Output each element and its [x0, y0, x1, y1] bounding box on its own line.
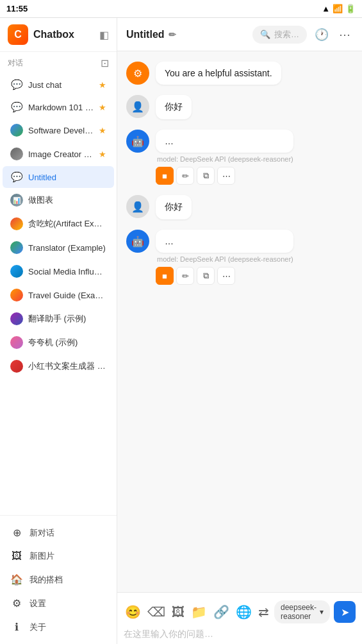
conversations-text: 对话 [8, 58, 23, 69]
sidebar-item-travel[interactable]: Travel Guide (Example) [3, 284, 114, 307]
chat-icon: 💬 [10, 79, 23, 90]
more-icon: ⋯ [222, 271, 231, 281]
wifi-icon: ▲ [322, 4, 330, 13]
snake-avatar [10, 217, 23, 230]
search-box[interactable]: 🔍 搜索… [252, 26, 307, 44]
sidebar-item-label: 夸夸机 (示例) [28, 337, 106, 348]
xiaohong-avatar [10, 360, 23, 373]
star-icon: ★ [99, 80, 106, 90]
search-icon: 🔍 [260, 30, 270, 39]
model-selector[interactable]: deepseek-reasoner ▾ [274, 600, 330, 623]
signal-icon: 📶 [333, 4, 343, 13]
status-icons: ▲ 📶 🔋 [322, 4, 356, 13]
sidebar-item-xiaohong[interactable]: 小红书文案生成器 (示… [3, 355, 114, 378]
edit-icon: ✏ [182, 271, 189, 281]
message-bubble: 你好 [156, 95, 192, 119]
sidebar-item-snake[interactable]: 贪吃蛇(Artifact Exam… [3, 212, 114, 235]
conversation-add-button[interactable]: ⊡ [101, 57, 109, 69]
sidebar-item-software[interactable]: Software Develo… ★ [3, 119, 114, 142]
topbar-title: Untitled ✏ [126, 29, 176, 40]
globe-button[interactable]: 🌐 [234, 603, 253, 621]
settings-icon: ⚙ [10, 597, 23, 609]
main-content: Untitled ✏ 🔍 搜索… 🕐 ⋯ ⚙ You are a help [117, 18, 362, 644]
sidebar-item-markdown[interactable]: 💬 Markdown 101 (… ★ [3, 96, 114, 118]
copy-button[interactable]: ⧉ [197, 267, 215, 285]
sidebar-item-image-creator[interactable]: Image Creator (… ★ [3, 142, 114, 165]
chevron-down-icon: ▾ [320, 607, 324, 616]
erase-button[interactable]: ⌫ [146, 603, 167, 621]
message-row: ⚙ You are a helpful assistant. [126, 62, 353, 85]
user-avatar-icon: 👤 [131, 201, 144, 213]
avatar: 🤖 [126, 230, 149, 253]
sidebar-item-kua[interactable]: 夸夸机 (示例) [3, 331, 114, 354]
more-button[interactable]: ⋯ [336, 25, 353, 44]
message-bubble: … model: DeepSeek API (deepseek-reasoner… [156, 230, 293, 285]
edit-button[interactable]: ✏ [176, 167, 194, 185]
sidebar-item-biaotu[interactable]: 📊 做图表 [3, 189, 114, 212]
assistant-avatar-icon: 🤖 [131, 135, 144, 148]
link-button[interactable]: 🔗 [212, 603, 231, 621]
bubble-text: 你好 [156, 95, 192, 119]
settings-button[interactable]: ⚙ 设置 [3, 591, 114, 615]
edit-title-button[interactable]: ✏ [169, 30, 176, 40]
new-image-icon: 🖼 [10, 550, 23, 562]
assistant-avatar-icon: 🤖 [131, 235, 144, 248]
transfer-button[interactable]: ⇄ [257, 603, 270, 621]
model-info: model: DeepSeek API (deepseek-reasoner) [156, 155, 293, 163]
chat-area: ⚙ You are a helpful assistant. 👤 你好 🤖 [117, 51, 362, 592]
about-button[interactable]: ℹ 关于 [3, 615, 114, 639]
sidebar-item-label: 小红书文案生成器 (示… [28, 360, 106, 372]
sidebar-item-untitled[interactable]: 💬 Untitled [3, 166, 114, 188]
sidebar-item-social[interactable]: Social Media Influen… [3, 260, 114, 283]
history-button[interactable]: 🕐 [312, 25, 331, 44]
my-partner-button[interactable]: 🏠 我的搭档 [3, 568, 114, 591]
message-row: 🤖 … model: DeepSeek API (deepseek-reason… [126, 130, 353, 185]
message-input[interactable] [124, 629, 356, 639]
battery-icon: 🔋 [345, 4, 356, 13]
avatar: 👤 [126, 195, 149, 218]
star-icon: ★ [99, 149, 106, 159]
image-button[interactable]: 🖼 [170, 604, 186, 621]
stop-icon: ■ [162, 271, 167, 281]
more-action-button[interactable]: ⋯ [217, 167, 235, 185]
avatar: 🤖 [126, 130, 149, 153]
sidebar-item-label: Travel Guide (Example) [28, 291, 106, 300]
new-image-button[interactable]: 🖼 新图片 [3, 545, 114, 568]
sidebar-item-label: 翻译助手 (示例) [28, 313, 106, 325]
my-partner-icon: 🏠 [10, 573, 23, 586]
sidebar-item-label: Untitled [28, 173, 106, 182]
send-button[interactable]: ➤ [334, 601, 356, 623]
app-logo: C [8, 24, 28, 45]
message-row: 👤 你好 [126, 95, 353, 119]
social-avatar [10, 265, 23, 278]
sidebar-item-trans2[interactable]: 翻译助手 (示例) [3, 307, 114, 330]
bubble-actions: ■ ✏ ⧉ ⋯ [156, 267, 293, 285]
sidebar-footer: ⊕ 新对话 🖼 新图片 🏠 我的搭档 ⚙ 设置 ℹ 关于 [0, 515, 117, 644]
trans2-avatar [10, 312, 23, 325]
sidebar-collapse-button[interactable]: ◧ [99, 29, 109, 41]
new-chat-icon: ⊕ [10, 527, 23, 539]
input-toolbar: 😊 ⌫ 🖼 📁 🔗 🌐 ⇄ deepseek-reasoner ▾ ➤ [124, 598, 356, 629]
copy-icon: ⧉ [203, 171, 209, 181]
sidebar-item-translator[interactable]: Translator (Example) [3, 236, 114, 259]
main-layout: C Chatbox ◧ 对话 ⊡ 💬 Just chat ★ 💬 Markdow… [0, 18, 362, 644]
stop-icon: ■ [162, 171, 167, 181]
kua-avatar [10, 336, 23, 349]
more-action-button[interactable]: ⋯ [217, 267, 235, 285]
emoji-button[interactable]: 😊 [124, 603, 142, 621]
status-time: 11:55 [6, 4, 28, 13]
message-bubble: … model: DeepSeek API (deepseek-reasoner… [156, 130, 293, 185]
new-chat-button[interactable]: ⊕ 新对话 [3, 521, 114, 545]
avatar: ⚙ [126, 62, 149, 85]
bubble-actions: ■ ✏ ⧉ ⋯ [156, 167, 293, 185]
sidebar-item-just-chat[interactable]: 💬 Just chat ★ [3, 74, 114, 96]
chat-icon: 💬 [10, 101, 23, 113]
copy-button[interactable]: ⧉ [197, 167, 215, 185]
edit-button[interactable]: ✏ [176, 267, 194, 285]
conversations-label: 对话 ⊡ [0, 52, 117, 72]
biaotu-avatar: 📊 [10, 194, 23, 207]
folder-button[interactable]: 📁 [190, 603, 208, 621]
stop-button[interactable]: ■ [156, 167, 174, 185]
model-info: model: DeepSeek API (deepseek-reasoner) [156, 255, 293, 263]
stop-button[interactable]: ■ [156, 267, 174, 285]
